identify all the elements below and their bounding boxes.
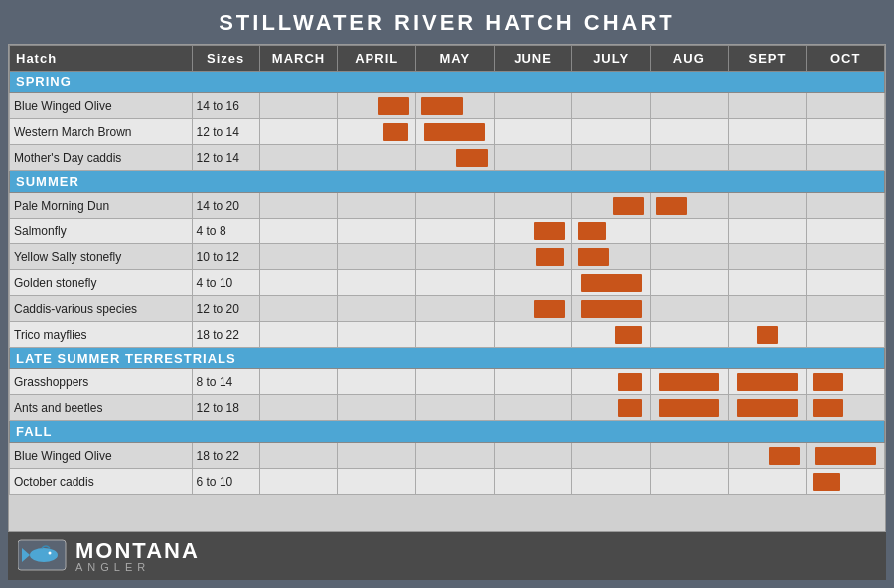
cell-june [494, 395, 572, 421]
cell-sizes: 6 to 10 [192, 469, 259, 495]
brand-main: MONTANA [75, 540, 200, 562]
cell-oct [807, 296, 885, 322]
table-body: SPRINGBlue Winged Olive14 to 16Western M… [10, 72, 885, 495]
header-may: MAY [416, 46, 495, 72]
cell-sizes: 12 to 14 [192, 119, 259, 145]
fish-logo-icon [18, 538, 68, 574]
cell-july [572, 322, 651, 348]
cell-july [572, 93, 651, 119]
cell-sizes: 18 to 22 [192, 322, 259, 348]
cell-sept [728, 296, 807, 322]
cell-hatch: October caddis [10, 469, 193, 495]
hatch-table: Hatch Sizes MARCH APRIL MAY JUNE JULY AU… [9, 45, 885, 495]
cell-july [572, 193, 651, 219]
table-row: Blue Winged Olive18 to 22 [10, 443, 885, 469]
cell-march [259, 322, 338, 348]
cell-oct [807, 469, 885, 495]
cell-hatch: Grasshoppers [10, 369, 193, 395]
cell-aug [650, 369, 728, 395]
section-row-fall: FALL [10, 421, 885, 443]
cell-april [338, 119, 416, 145]
cell-sept [728, 395, 807, 421]
cell-april [338, 244, 416, 270]
cell-july [572, 443, 651, 469]
cell-june [494, 119, 572, 145]
cell-july [572, 395, 651, 421]
logo-area: MONTANA ANGLER [18, 538, 200, 574]
cell-hatch: Caddis-various species [10, 296, 193, 322]
cell-march [259, 244, 338, 270]
cell-may [416, 443, 495, 469]
table-row: Salmonfly4 to 8 [10, 219, 885, 244]
cell-march [259, 369, 338, 395]
cell-oct [807, 369, 885, 395]
cell-june [494, 219, 572, 244]
cell-oct [807, 119, 885, 145]
cell-sizes: 10 to 12 [192, 244, 259, 270]
page-wrapper: STILLWATER RIVER HATCH CHART Hatch Sizes [0, 0, 894, 588]
cell-april [338, 145, 416, 171]
table-row: Caddis-various species12 to 20 [10, 296, 885, 322]
table-row: Yellow Sally stonefly10 to 12 [10, 244, 885, 270]
table-row: Golden stonefly4 to 10 [10, 270, 885, 296]
cell-sizes: 14 to 20 [192, 193, 259, 219]
cell-hatch: Western March Brown [10, 119, 193, 145]
cell-sept [728, 93, 807, 119]
cell-sept [728, 270, 807, 296]
table-row: Blue Winged Olive14 to 16 [10, 93, 885, 119]
cell-hatch: Blue Winged Olive [10, 443, 193, 469]
cell-july [572, 219, 651, 244]
table-row: Western March Brown12 to 14 [10, 119, 885, 145]
cell-sizes: 12 to 18 [192, 395, 259, 421]
cell-aug [650, 296, 728, 322]
cell-march [259, 93, 338, 119]
cell-june [494, 296, 572, 322]
cell-aug [650, 322, 728, 348]
header-july: JULY [572, 46, 651, 72]
cell-may [416, 193, 495, 219]
cell-oct [807, 145, 885, 171]
header-april: APRIL [338, 46, 416, 72]
cell-may [416, 145, 495, 171]
cell-may [416, 219, 495, 244]
cell-hatch: Salmonfly [10, 219, 193, 244]
cell-june [494, 270, 572, 296]
cell-hatch: Blue Winged Olive [10, 93, 193, 119]
cell-april [338, 443, 416, 469]
cell-aug [650, 219, 728, 244]
cell-may [416, 119, 495, 145]
cell-aug [650, 395, 728, 421]
cell-june [494, 93, 572, 119]
brand-text: MONTANA ANGLER [75, 540, 200, 573]
cell-oct [807, 395, 885, 421]
table-row: October caddis6 to 10 [10, 469, 885, 495]
page-title: STILLWATER RIVER HATCH CHART [219, 10, 675, 36]
cell-sept [728, 244, 807, 270]
cell-march [259, 119, 338, 145]
cell-sept [728, 193, 807, 219]
table-row: Ants and beetles12 to 18 [10, 395, 885, 421]
cell-may [416, 469, 495, 495]
cell-oct [807, 270, 885, 296]
cell-march [259, 193, 338, 219]
cell-oct [807, 193, 885, 219]
cell-hatch: Ants and beetles [10, 395, 193, 421]
cell-oct [807, 443, 885, 469]
cell-march [259, 469, 338, 495]
cell-sizes: 4 to 8 [192, 219, 259, 244]
cell-may [416, 244, 495, 270]
section-row-late_summer: LATE SUMMER TERRESTRIALS [10, 348, 885, 369]
cell-april [338, 193, 416, 219]
svg-point-3 [49, 552, 52, 555]
svg-point-1 [30, 548, 58, 562]
cell-may [416, 395, 495, 421]
cell-june [494, 244, 572, 270]
cell-aug [650, 193, 728, 219]
cell-sizes: 8 to 14 [192, 369, 259, 395]
cell-april [338, 322, 416, 348]
cell-oct [807, 322, 885, 348]
cell-june [494, 469, 572, 495]
cell-hatch: Trico mayflies [10, 322, 193, 348]
cell-sizes: 12 to 20 [192, 296, 259, 322]
table-row: Trico mayflies18 to 22 [10, 322, 885, 348]
